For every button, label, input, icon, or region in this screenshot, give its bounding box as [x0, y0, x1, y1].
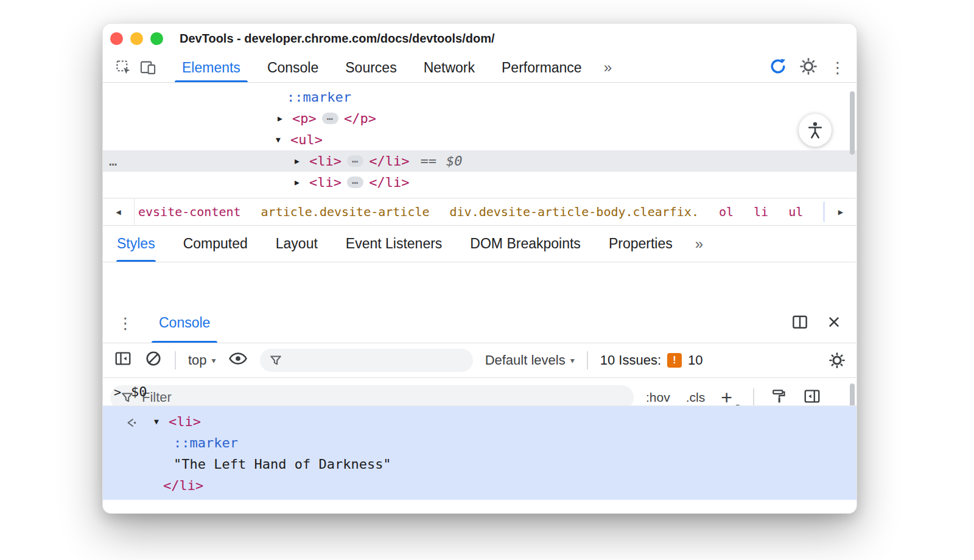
breadcrumb: evsite-content article.devsite-article d…: [135, 198, 825, 225]
tree-row-ul[interactable]: ▼ <ul>: [103, 129, 857, 150]
context-selector[interactable]: top ▾: [188, 352, 216, 368]
device-toolbar-button[interactable]: [136, 53, 160, 82]
inspect-icon: [115, 59, 132, 76]
inline-expand-button[interactable]: …: [347, 177, 363, 188]
zoom-window-button[interactable]: [150, 32, 163, 45]
tab-styles[interactable]: Styles: [103, 226, 169, 262]
result-line-li-close[interactable]: </li>: [103, 475, 857, 496]
tab-elements[interactable]: Elements: [169, 53, 254, 82]
pseudo-marker: ::marker: [173, 435, 238, 450]
window-title: DevTools - developer.chrome.com/docs/dev…: [180, 32, 495, 46]
breadcrumb-item[interactable]: article.devsite-article: [261, 205, 430, 219]
expand-arrow-icon[interactable]: ▶: [278, 114, 292, 123]
issues-label: 10 Issues:: [600, 352, 661, 368]
console-settings-button[interactable]: [829, 352, 846, 369]
console-sidebar-icon: [114, 349, 132, 368]
inspect-element-button[interactable]: [111, 53, 136, 82]
close-window-button[interactable]: [110, 32, 123, 45]
console-result-block[interactable]: ▼ <li> ::marker "The Left Hand of Darkne…: [103, 406, 857, 500]
chevron-down-icon: ▾: [570, 355, 575, 365]
drawer-tab-console[interactable]: Console: [152, 303, 217, 343]
console-toolbar: top ▾ Default levels ▾ 10 Issues: ! 10: [103, 343, 857, 378]
result-line-marker[interactable]: ::marker: [103, 432, 857, 453]
split-panel-button[interactable]: [791, 313, 809, 334]
result-line-text[interactable]: "The Left Hand of Darkness": [103, 453, 857, 475]
minimize-window-button[interactable]: [130, 32, 143, 45]
pseudo-marker: ::marker: [287, 89, 351, 105]
issues-counter[interactable]: 10 Issues: ! 10: [600, 352, 703, 368]
row-actions-dots-icon[interactable]: …: [109, 153, 117, 169]
sync-icon[interactable]: [769, 57, 787, 78]
tab-performance[interactable]: Performance: [488, 53, 595, 82]
result-line-li-open[interactable]: ▼ <li>: [103, 411, 857, 432]
tab-network[interactable]: Network: [410, 53, 488, 82]
more-options-kebab-icon[interactable]: ⋮: [830, 60, 846, 75]
drawer-menu-kebab-icon[interactable]: ⋮: [103, 303, 142, 343]
tree-row-li[interactable]: ▶ <li> … </li>: [103, 172, 857, 193]
traffic-lights: [110, 32, 163, 45]
breadcrumb-scroll-left-button[interactable]: ◀: [103, 198, 135, 225]
close-icon: [826, 314, 842, 330]
tree-row-marker[interactable]: ::marker: [103, 86, 857, 108]
collapse-arrow-icon[interactable]: ▼: [276, 135, 290, 144]
tab-sources[interactable]: Sources: [332, 53, 410, 82]
console-filter-input[interactable]: [289, 352, 464, 368]
title-bar: DevTools - developer.chrome.com/docs/dev…: [103, 24, 857, 53]
elements-scrollbar[interactable]: [850, 91, 855, 155]
console-sidebar-button[interactable]: [114, 349, 132, 371]
tab-properties[interactable]: Properties: [595, 226, 687, 262]
breadcrumb-item[interactable]: ul: [788, 205, 803, 219]
divider: [175, 351, 176, 369]
tab-dom-breakpoints[interactable]: DOM Breakpoints: [456, 226, 595, 262]
filter-funnel-icon: [268, 353, 283, 368]
tab-computed[interactable]: Computed: [169, 226, 262, 262]
dollar-zero-annotation: $0: [446, 153, 463, 169]
tab-console[interactable]: Console: [254, 53, 332, 82]
eye-icon: [228, 349, 248, 368]
tag-close: </li>: [369, 153, 409, 169]
expand-arrow-icon[interactable]: ▶: [295, 156, 309, 166]
device-toolbar-icon: [139, 59, 156, 76]
tag-open: <li>: [309, 153, 342, 169]
close-drawer-button[interactable]: [826, 314, 842, 332]
equals-annotation: ==: [420, 153, 436, 169]
clear-console-button[interactable]: [144, 349, 163, 371]
breadcrumb-item[interactable]: div.devsite-article-body.clearfix.: [450, 205, 699, 219]
log-levels-label: Default levels: [485, 352, 566, 368]
inline-expand-button[interactable]: …: [347, 155, 363, 167]
more-tabs-button[interactable]: »: [595, 53, 620, 82]
accessibility-fab[interactable]: [799, 114, 832, 147]
styles-tab-bar: Styles Computed Layout Event Listeners D…: [103, 226, 857, 262]
tab-event-listeners[interactable]: Event Listeners: [332, 226, 457, 262]
breadcrumb-item[interactable]: ol: [719, 205, 734, 219]
collapse-arrow-icon[interactable]: ▼: [154, 417, 169, 426]
expand-arrow-icon[interactable]: ▶: [295, 178, 309, 187]
inline-expand-button[interactable]: …: [322, 113, 338, 124]
tag-open: <p>: [292, 111, 317, 126]
tree-row-li-selected[interactable]: … ▶ <li> … </li> == $0: [103, 150, 857, 172]
issues-count: 10: [688, 352, 702, 368]
split-panel-icon: [791, 313, 809, 331]
console-output: > $0 ▼ <li> ::marker "The Left Hand of D…: [103, 378, 857, 514]
breadcrumb-item[interactable]: li: [754, 205, 768, 219]
text-node-value: "The Left Hand of Darkness": [173, 457, 391, 472]
return-value-icon: [124, 416, 138, 433]
tag-open: <ul>: [290, 132, 323, 147]
console-command-row[interactable]: > $0: [103, 378, 857, 406]
breadcrumb-scroll-right-button[interactable]: ▶: [825, 198, 857, 225]
chevron-down-icon: ▾: [212, 355, 216, 365]
tag-close: </p>: [344, 111, 376, 126]
tab-layout[interactable]: Layout: [262, 226, 332, 262]
more-styles-tabs-button[interactable]: »: [687, 226, 712, 262]
settings-gear-icon[interactable]: [799, 57, 818, 78]
tree-row-p[interactable]: ▶ <p> … </p>: [103, 108, 857, 129]
log-levels-selector[interactable]: Default levels ▾: [485, 352, 575, 368]
tag-open: <li>: [169, 414, 201, 429]
console-filter-field[interactable]: [260, 349, 473, 372]
settings-gear-icon: [829, 352, 846, 369]
breadcrumb-item[interactable]: evsite-content: [138, 205, 241, 219]
divider: [587, 351, 588, 369]
tag-close: </li>: [369, 175, 409, 190]
accessibility-person-icon: [805, 121, 825, 140]
live-expression-button[interactable]: [228, 349, 248, 372]
